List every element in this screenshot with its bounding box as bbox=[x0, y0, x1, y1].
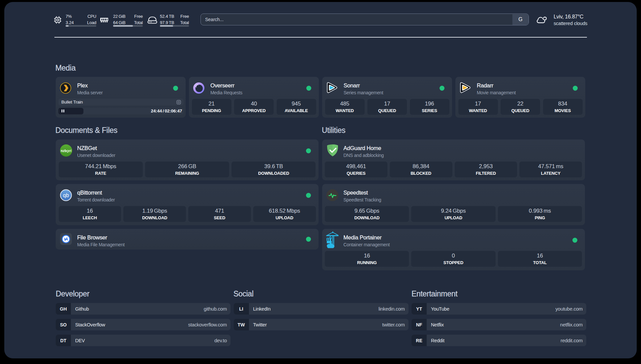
svg-text:nzbget: nzbget bbox=[61, 149, 72, 153]
svg-text:qb: qb bbox=[63, 192, 69, 198]
